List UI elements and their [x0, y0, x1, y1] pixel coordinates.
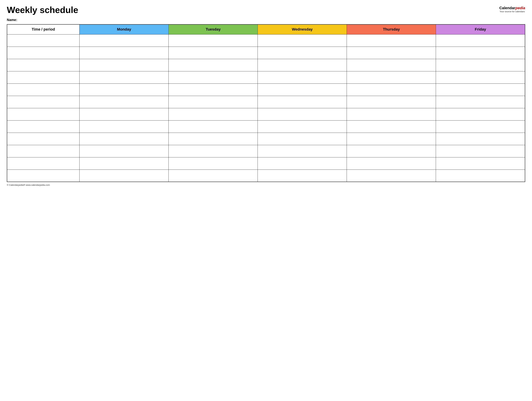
- table-cell[interactable]: [347, 108, 436, 120]
- logo-pedia: pedia: [515, 6, 525, 10]
- table-row: [7, 133, 525, 145]
- table-cell[interactable]: [258, 170, 347, 182]
- logo-area: Calendarpedia Your source for calendars: [499, 6, 525, 13]
- table-cell[interactable]: [7, 83, 80, 96]
- table-cell[interactable]: [347, 157, 436, 170]
- table-cell[interactable]: [258, 96, 347, 108]
- table-cell[interactable]: [80, 47, 169, 59]
- table-row: [7, 83, 525, 96]
- table-cell[interactable]: [169, 133, 258, 145]
- table-cell[interactable]: [7, 96, 80, 108]
- footer-text: © Calendarpedia® www.calendarpedia.com: [7, 184, 525, 186]
- table-row: [7, 59, 525, 71]
- table-cell[interactable]: [7, 59, 80, 71]
- table-cell[interactable]: [347, 170, 436, 182]
- page-title: Weekly schedule: [7, 5, 78, 15]
- table-cell[interactable]: [80, 170, 169, 182]
- table-row: [7, 170, 525, 182]
- table-cell[interactable]: [7, 145, 80, 157]
- table-cell[interactable]: [436, 157, 525, 170]
- table-cell[interactable]: [258, 71, 347, 83]
- table-cell[interactable]: [7, 34, 80, 47]
- table-row: [7, 157, 525, 170]
- table-cell[interactable]: [7, 47, 80, 59]
- table-cell[interactable]: [436, 170, 525, 182]
- table-cell[interactable]: [436, 133, 525, 145]
- table-cell[interactable]: [7, 120, 80, 133]
- table-row: [7, 96, 525, 108]
- name-row: Name:: [7, 18, 525, 22]
- table-cell[interactable]: [258, 157, 347, 170]
- table-cell[interactable]: [169, 145, 258, 157]
- table-cell[interactable]: [347, 59, 436, 71]
- table-cell[interactable]: [258, 83, 347, 96]
- table-cell[interactable]: [347, 120, 436, 133]
- table-cell[interactable]: [80, 83, 169, 96]
- table-cell[interactable]: [169, 83, 258, 96]
- table-cell[interactable]: [7, 108, 80, 120]
- table-cell[interactable]: [436, 59, 525, 71]
- schedule-table: Time / period Monday Tuesday Wednesday T…: [7, 24, 525, 182]
- table-cell[interactable]: [80, 145, 169, 157]
- logo-tagline: Your source for calendars: [499, 10, 525, 13]
- table-cell[interactable]: [169, 34, 258, 47]
- table-cell[interactable]: [347, 145, 436, 157]
- table-cell[interactable]: [7, 71, 80, 83]
- col-header-tuesday: Tuesday: [169, 24, 258, 34]
- table-cell[interactable]: [436, 83, 525, 96]
- table-cell[interactable]: [347, 83, 436, 96]
- table-cell[interactable]: [258, 108, 347, 120]
- table-cell[interactable]: [436, 96, 525, 108]
- table-cell[interactable]: [436, 120, 525, 133]
- table-cell[interactable]: [347, 133, 436, 145]
- table-cell[interactable]: [169, 59, 258, 71]
- col-header-time: Time / period: [7, 24, 80, 34]
- table-cell[interactable]: [347, 34, 436, 47]
- table-cell[interactable]: [7, 170, 80, 182]
- table-cell[interactable]: [258, 120, 347, 133]
- col-header-wednesday: Wednesday: [258, 24, 347, 34]
- table-cell[interactable]: [258, 47, 347, 59]
- table-row: [7, 120, 525, 133]
- table-row: [7, 108, 525, 120]
- table-cell[interactable]: [169, 96, 258, 108]
- table-cell[interactable]: [80, 108, 169, 120]
- table-row: [7, 34, 525, 47]
- table-cell[interactable]: [436, 47, 525, 59]
- table-cell[interactable]: [169, 157, 258, 170]
- logo-calendar: Calendar: [499, 6, 515, 10]
- table-cell[interactable]: [80, 120, 169, 133]
- table-cell[interactable]: [258, 145, 347, 157]
- header-area: Weekly schedule Calendarpedia Your sourc…: [7, 5, 525, 15]
- table-cell[interactable]: [80, 34, 169, 47]
- table-cell[interactable]: [169, 170, 258, 182]
- table-row: [7, 71, 525, 83]
- table-cell[interactable]: [258, 133, 347, 145]
- table-cell[interactable]: [258, 59, 347, 71]
- header-row: Time / period Monday Tuesday Wednesday T…: [7, 24, 525, 34]
- table-cell[interactable]: [80, 71, 169, 83]
- table-cell[interactable]: [80, 59, 169, 71]
- table-row: [7, 47, 525, 59]
- col-header-monday: Monday: [80, 24, 169, 34]
- col-header-friday: Friday: [436, 24, 525, 34]
- table-cell[interactable]: [169, 120, 258, 133]
- table-cell[interactable]: [436, 145, 525, 157]
- table-cell[interactable]: [347, 71, 436, 83]
- table-cell[interactable]: [169, 71, 258, 83]
- table-cell[interactable]: [258, 34, 347, 47]
- table-cell[interactable]: [347, 96, 436, 108]
- table-cell[interactable]: [80, 96, 169, 108]
- col-header-thursday: Thursday: [347, 24, 436, 34]
- table-row: [7, 145, 525, 157]
- table-cell[interactable]: [7, 157, 80, 170]
- table-cell[interactable]: [169, 108, 258, 120]
- table-cell[interactable]: [436, 108, 525, 120]
- table-cell[interactable]: [7, 133, 80, 145]
- table-cell[interactable]: [436, 71, 525, 83]
- table-cell[interactable]: [436, 34, 525, 47]
- table-cell[interactable]: [169, 47, 258, 59]
- table-cell[interactable]: [347, 47, 436, 59]
- table-cell[interactable]: [80, 133, 169, 145]
- table-cell[interactable]: [80, 157, 169, 170]
